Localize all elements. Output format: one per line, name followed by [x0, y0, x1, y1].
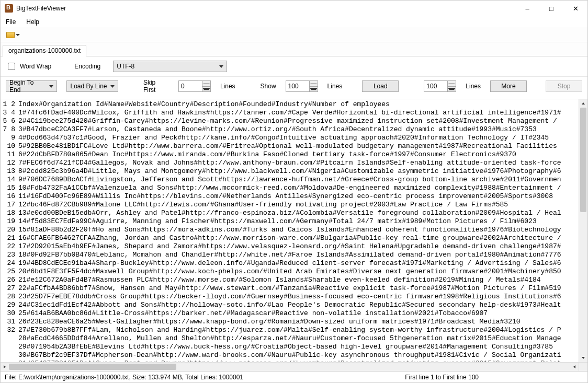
show-up[interactable] — [310, 81, 318, 87]
text-viewer: 1 2 3 4 5 6 7 8 9 10 11 12 13 14 15 16 1… — [1, 99, 587, 362]
skip-first-stepper[interactable] — [178, 80, 211, 92]
skip-first-input[interactable] — [179, 81, 202, 91]
controls-row-2: Begin To End Load By Line Skip First Lin… — [1, 77, 587, 99]
word-wrap-label: Word Wrap — [20, 63, 51, 70]
more-input[interactable] — [424, 81, 447, 91]
open-folder-button[interactable] — [4, 30, 22, 40]
load-mode-value: Load By Line — [70, 83, 107, 90]
show-label: Show — [261, 83, 276, 90]
encoding-label: Encoding — [74, 63, 100, 70]
scroll-corner — [579, 362, 587, 371]
window-title: BigTextFileViewer — [16, 5, 66, 12]
line-number-gutter: 1 2 3 4 5 6 7 8 9 10 11 12 13 14 15 16 1… — [1, 99, 18, 362]
show-unit: Lines — [327, 83, 343, 90]
folder-icon — [6, 32, 15, 38]
menubar: File Help — [1, 16, 587, 28]
show-down[interactable] — [310, 87, 318, 92]
tabstrip: organizations-1000000.txt — [1, 42, 587, 56]
skip-first-up[interactable] — [202, 81, 210, 87]
status-left: File: E:\work\temp\organizations-1000000… — [5, 374, 243, 381]
maximize-button[interactable]: □ — [539, 1, 563, 16]
show-stepper[interactable] — [286, 80, 318, 92]
more-unit: Lines — [466, 83, 481, 90]
skip-first-down[interactable] — [202, 87, 210, 92]
scroll-right-icon[interactable] — [570, 363, 579, 371]
hscroll-thumb[interactable] — [9, 364, 176, 370]
menu-help[interactable]: Help — [24, 17, 41, 27]
horizontal-scrollbar[interactable] — [1, 362, 579, 371]
load-mode-select[interactable]: Load By Line — [66, 80, 118, 92]
vscroll-thumb[interactable] — [580, 108, 586, 212]
show-input[interactable] — [286, 81, 309, 91]
status-right: First line 1 to First line 100 — [405, 374, 583, 381]
skip-first-unit: Lines — [220, 83, 235, 90]
stop-button[interactable]: Stop — [546, 80, 582, 92]
statusbar: File: E:\work\temp\organizations-1000000… — [1, 371, 587, 382]
vertical-scrollbar[interactable] — [579, 99, 587, 362]
more-down[interactable] — [448, 87, 456, 92]
titlebar: BigTextFileViewer – □ ✕ — [1, 1, 587, 16]
text-body[interactable]: Index#Organization Id#Name#Website#Count… — [18, 99, 579, 362]
minimize-button[interactable]: – — [515, 1, 539, 16]
more-button[interactable]: More — [490, 80, 527, 92]
scroll-left-icon[interactable] — [1, 363, 9, 371]
menu-file[interactable]: File — [4, 17, 18, 27]
direction-value: Begin To End — [9, 79, 46, 94]
skip-first-label: Skip First — [143, 79, 169, 94]
scroll-up-icon[interactable] — [579, 99, 587, 108]
more-up[interactable] — [448, 81, 456, 87]
word-wrap-checkbox[interactable]: Word Wrap — [6, 61, 51, 72]
chevron-down-icon — [16, 34, 20, 36]
app-icon — [5, 4, 13, 13]
more-stepper[interactable] — [424, 80, 456, 92]
scroll-down-icon[interactable] — [579, 354, 587, 362]
controls-row-1: Word Wrap Encoding UTF-8 — [1, 56, 587, 77]
encoding-select[interactable]: UTF-8 — [113, 61, 227, 72]
close-button[interactable]: ✕ — [563, 1, 587, 16]
toolbar — [1, 28, 587, 42]
load-button[interactable]: Load — [362, 80, 399, 92]
direction-select[interactable]: Begin To End — [6, 80, 57, 92]
tab-file[interactable]: organizations-1000000.txt — [3, 45, 86, 56]
encoding-value: UTF-8 — [117, 63, 134, 70]
word-wrap-input[interactable] — [8, 63, 15, 70]
